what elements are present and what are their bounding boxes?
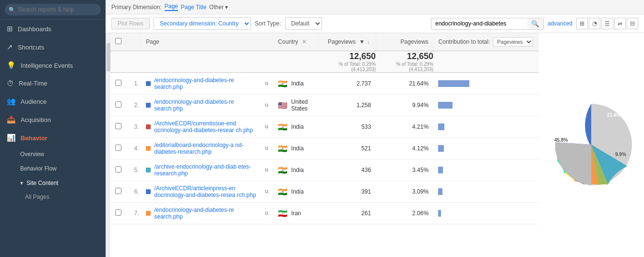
content-area: Page Country ✕ Pageviews ▼ ↓ Pageviews bbox=[106, 33, 644, 257]
row-checkbox[interactable] bbox=[115, 188, 121, 194]
dim-other-dropdown[interactable]: Other ▾ bbox=[209, 4, 228, 11]
external-link-icon: ⧉ bbox=[265, 210, 268, 216]
sort-type-select[interactable]: Default bbox=[285, 17, 322, 30]
select-all-checkbox[interactable] bbox=[115, 38, 121, 44]
country-flag: 🇮🇳 bbox=[278, 79, 287, 88]
page-link[interactable]: /ArchiveECDR/currentissue-end ocrinology… bbox=[146, 120, 268, 134]
realtime-icon: ⏱ bbox=[7, 79, 14, 87]
secondary-dimension-select[interactable]: Secondary dimension: Country bbox=[154, 17, 251, 30]
page-text: /archive-endocrinology-and-diab etes-res… bbox=[155, 163, 263, 177]
row-checkbox[interactable] bbox=[115, 123, 121, 129]
view-compare-button[interactable]: ⇌ bbox=[614, 18, 626, 29]
sidebar-sub-behavior-flow-label: Behavior Flow bbox=[20, 165, 57, 172]
row-checkbox[interactable] bbox=[115, 209, 121, 216]
header-num bbox=[127, 33, 141, 51]
sidebar-sub-overview[interactable]: Overview bbox=[0, 147, 106, 161]
sidebar-sub-overview-label: Overview bbox=[20, 151, 44, 158]
advanced-link[interactable]: advanced bbox=[548, 20, 572, 27]
row-color-dot bbox=[146, 146, 151, 151]
contribution-bar bbox=[438, 102, 453, 109]
sidebar-item-audience[interactable]: 👥 Audience bbox=[0, 92, 106, 110]
row-pageviews-sort: 533 bbox=[318, 116, 376, 138]
sidebar-item-realtime-label: Real-Time bbox=[19, 80, 47, 87]
plot-rows-button[interactable]: Plot Rows bbox=[111, 18, 150, 29]
sidebar-item-dashboards[interactable]: ⊞ Dashboards bbox=[0, 20, 106, 38]
header-page[interactable]: Page bbox=[141, 33, 273, 51]
page-link[interactable]: /editorialboard-endocrinology-a nd-diabe… bbox=[146, 142, 268, 155]
contribution-bar bbox=[438, 167, 443, 173]
sidebar-item-acquisition-label: Acquisition bbox=[21, 116, 51, 123]
country-name: India bbox=[291, 145, 304, 152]
sidebar-item-shortcuts[interactable]: ↗ Shortcuts bbox=[0, 38, 106, 56]
header-contribution: Contribution to total: Pageviews bbox=[433, 33, 538, 51]
row-pageviews-sort: 521 bbox=[318, 138, 376, 159]
contribution-bar bbox=[438, 123, 444, 130]
dashboards-icon: ⊞ bbox=[7, 24, 13, 33]
sidebar-item-behavior[interactable]: 📊 Behavior bbox=[0, 129, 106, 147]
row-color-dot bbox=[146, 189, 151, 194]
row-checkbox[interactable] bbox=[115, 145, 121, 151]
dim-page-title-link[interactable]: Page Title bbox=[181, 4, 206, 11]
scroll-handle[interactable] bbox=[107, 43, 110, 72]
toolbar: Plot Rows Secondary dimension: Country S… bbox=[106, 14, 644, 33]
row-checkbox[interactable] bbox=[115, 80, 121, 86]
search-submit-button[interactable]: 🔍 bbox=[527, 18, 543, 29]
page-text: /editorialboard-endocrinology-a nd-diabe… bbox=[155, 142, 263, 155]
page-text: /ArchiveECDR/currentissue-end ocrinology… bbox=[155, 120, 263, 134]
page-text: /endocrinology-and-diabetes-re search.ph… bbox=[155, 207, 263, 220]
primary-dimension-bar: Primary Dimension: Page Page Title Other… bbox=[106, 0, 644, 14]
row-country: 🇺🇸 United States bbox=[273, 95, 318, 116]
country-flag: 🇮🇳 bbox=[278, 122, 287, 132]
page-link[interactable]: /ArchiveECDR/articleinpress-en docrinolo… bbox=[146, 185, 268, 198]
row-checkbox-cell bbox=[110, 73, 127, 95]
view-pivot-button[interactable]: ⊟ bbox=[627, 18, 638, 29]
sidebar-item-behavior-label: Behavior bbox=[21, 135, 48, 142]
row-color-dot bbox=[146, 103, 151, 108]
country-remove-icon[interactable]: ✕ bbox=[302, 38, 307, 45]
summary-contribution-empty bbox=[433, 51, 538, 73]
view-pie-button[interactable]: ◔ bbox=[589, 18, 600, 29]
page-link[interactable]: /endocrinology-and-diabetes-re search.ph… bbox=[146, 77, 268, 90]
pageviews-sort-toggle[interactable]: ↓ bbox=[367, 39, 371, 45]
country-flag: 🇮🇳 bbox=[278, 187, 287, 196]
view-grid-button[interactable]: ⊞ bbox=[576, 18, 588, 29]
sidebar-sub-behavior-flow[interactable]: Behavior Flow bbox=[0, 161, 106, 176]
sidebar-sub-all-pages[interactable]: All Pages bbox=[0, 190, 106, 204]
dim-page-link[interactable]: Page bbox=[165, 3, 178, 11]
contribution-bar bbox=[438, 210, 441, 217]
row-pageviews-col: 3.09% bbox=[376, 181, 433, 203]
sidebar-sub-site-content[interactable]: ▾ Site Content bbox=[0, 176, 106, 190]
search-input[interactable] bbox=[431, 18, 527, 29]
header-country[interactable]: Country ✕ bbox=[273, 33, 318, 51]
sidebar-search-input[interactable] bbox=[5, 4, 101, 15]
page-link[interactable]: /archive-endocrinology-and-diab etes-res… bbox=[146, 163, 268, 177]
primary-dim-label: Primary Dimension: bbox=[111, 4, 162, 11]
table-header-row: Page Country ✕ Pageviews ▼ ↓ Pageviews bbox=[110, 33, 538, 51]
row-pageviews-col: 2.06% bbox=[376, 203, 433, 224]
table-body: 1. /endocrinology-and-diabetes-re search… bbox=[110, 73, 538, 224]
header-pageviews-sort[interactable]: Pageviews ▼ ↓ bbox=[318, 33, 376, 51]
table-summary-row: 12,650 % of Total: 0.29% (4,413,203) 12,… bbox=[110, 51, 538, 73]
contribution-select[interactable]: Pageviews bbox=[493, 37, 533, 47]
page-link[interactable]: /endocrinology-and-diabetes-re search.ph… bbox=[146, 98, 268, 112]
row-checkbox[interactable] bbox=[115, 166, 121, 172]
sidebar-item-intelligence[interactable]: 💡 Intelligence Events bbox=[0, 56, 106, 74]
header-checkbox-cell bbox=[110, 33, 127, 51]
row-checkbox[interactable] bbox=[115, 101, 121, 108]
row-country: 🇮🇳 India bbox=[273, 181, 318, 203]
row-pageviews-col: 9.94% bbox=[376, 95, 433, 116]
table-row: 6. /ArchiveECDR/articleinpress-en docrin… bbox=[110, 181, 538, 203]
row-contribution bbox=[433, 138, 538, 159]
page-link[interactable]: /endocrinology-and-diabetes-re search.ph… bbox=[146, 207, 268, 220]
summary-country-empty bbox=[273, 51, 318, 73]
row-checkbox-cell bbox=[110, 116, 127, 138]
country-name: India bbox=[291, 123, 304, 130]
page-text: /endocrinology-and-diabetes-re search.ph… bbox=[155, 98, 263, 112]
sidebar-item-acquisition[interactable]: 📥 Acquisition bbox=[0, 110, 106, 129]
country-flag: 🇮🇳 bbox=[278, 144, 287, 153]
main-content: Primary Dimension: Page Page Title Other… bbox=[106, 0, 644, 257]
row-checkbox-cell bbox=[110, 181, 127, 203]
sidebar-item-realtime[interactable]: ⏱ Real-Time bbox=[0, 74, 106, 92]
page-text: /endocrinology-and-diabetes-re search.ph… bbox=[155, 77, 263, 90]
view-bar-button[interactable]: ☰ bbox=[601, 18, 613, 29]
